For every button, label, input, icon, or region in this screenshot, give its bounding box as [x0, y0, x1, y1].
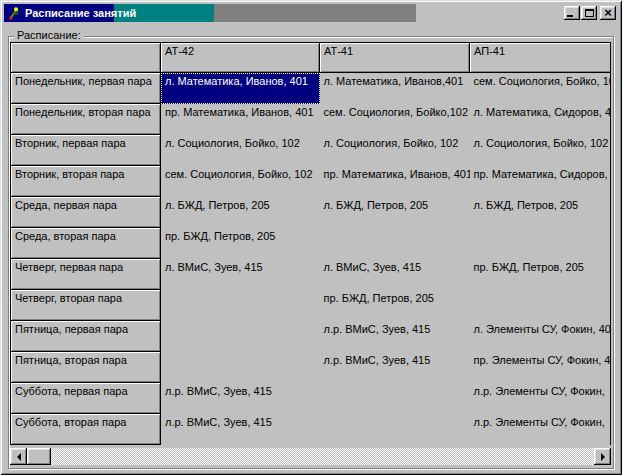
- close-button[interactable]: ×: [600, 6, 616, 20]
- schedule-row: Пятница, вторая парал.р. ВМиС, Зуев, 415…: [11, 352, 612, 383]
- schedule-cell[interactable]: л.р. ВМиС, Зуев, 415: [161, 383, 320, 414]
- schedule-cell[interactable]: сем. Социология, Бойко, 102: [161, 166, 320, 197]
- column-header: АТ-42: [161, 43, 320, 73]
- schedule-cell[interactable]: л. БЖД, Петров, 205: [161, 197, 320, 228]
- schedule-cell[interactable]: [320, 414, 470, 445]
- schedule-row: Четверг, вторая парапр. БЖД, Петров, 205: [11, 290, 612, 321]
- schedule-row: Вторник, первая парал. Социология, Бойко…: [11, 135, 612, 166]
- horizontal-scrollbar[interactable]: [10, 448, 611, 465]
- schedule-cell[interactable]: пр. БЖД, Петров, 205: [161, 228, 320, 259]
- scroll-left-button[interactable]: [10, 448, 27, 465]
- schedule-cell[interactable]: л. ВМиС, Зуев, 415: [161, 259, 320, 290]
- scroll-right-button[interactable]: [594, 448, 611, 465]
- schedule-cell[interactable]: пр. Математика, Сидоров,: [470, 166, 612, 197]
- maximize-button[interactable]: [581, 6, 597, 20]
- row-header-cell: Понедельник, первая пара: [11, 73, 161, 104]
- schedule-cell[interactable]: л. ВМиС, Зуев, 415: [320, 259, 470, 290]
- schedule-grid: АТ-42АТ-41АП-41 Понедельник, первая пара…: [10, 42, 611, 445]
- schedule-cell[interactable]: [470, 228, 612, 259]
- row-header-cell: Среда, первая пара: [11, 197, 161, 228]
- groupbox-label: Расписание:: [14, 29, 84, 41]
- schedule-row: Четверг, первая парал. ВМиС, Зуев, 415л.…: [11, 259, 612, 290]
- row-header-cell: Пятница, первая пара: [11, 321, 161, 352]
- schedule-cell[interactable]: [320, 383, 470, 414]
- schedule-cell[interactable]: пр. БЖД, Петров, 205: [470, 259, 612, 290]
- scrollbar-thumb[interactable]: [27, 448, 51, 465]
- schedule-cell[interactable]: [320, 228, 470, 259]
- close-icon: ×: [604, 8, 612, 18]
- left-arrow-icon: [17, 453, 21, 461]
- schedule-cell[interactable]: [470, 290, 612, 321]
- corner-cell: [11, 43, 161, 73]
- row-header-cell: Среда, вторая пара: [11, 228, 161, 259]
- schedule-cell[interactable]: л.р. ВМиС, Зуев, 415: [320, 321, 470, 352]
- schedule-cell[interactable]: [161, 321, 320, 352]
- schedule-row: Среда, первая парал. БЖД, Петров, 205л. …: [11, 197, 612, 228]
- schedule-row: Суббота, вторая парал.р. ВМиС, Зуев, 415…: [11, 414, 612, 445]
- window-controls: ×: [564, 6, 616, 20]
- schedule-cell[interactable]: л. Математика, Иванов,401: [320, 73, 470, 104]
- row-header-cell: Пятница, вторая пара: [11, 352, 161, 383]
- schedule-cell[interactable]: л.р. Элементы СУ, Фокин,: [470, 414, 612, 445]
- schedule-cell[interactable]: [161, 352, 320, 383]
- schedule-cell[interactable]: л.р. Элементы СУ, Фокин,: [470, 383, 612, 414]
- schedule-row: Вторник, вторая парасем. Социология, Бой…: [11, 166, 612, 197]
- title-bar[interactable]: Расписание занятий ×: [4, 4, 618, 22]
- right-arrow-icon: [601, 453, 605, 461]
- schedule-cell[interactable]: л. Элементы СУ, Фокин, 40: [470, 321, 612, 352]
- schedule-cell[interactable]: л. Математика, Иванов, 401: [161, 73, 320, 104]
- row-header-cell: Вторник, первая пара: [11, 135, 161, 166]
- schedule-groupbox: Расписание: АТ-42АТ-41АП-41 Понедельник,…: [8, 36, 614, 469]
- schedule-cell[interactable]: л. Математика, Сидоров, 4: [470, 104, 612, 135]
- schedule-cell[interactable]: пр. Математика, Иванов, 401: [161, 104, 320, 135]
- schedule-table: АТ-42АТ-41АП-41 Понедельник, первая пара…: [10, 42, 611, 445]
- schedule-cell[interactable]: [161, 290, 320, 321]
- schedule-cell[interactable]: пр. Элементы СУ, Фокин, 4: [470, 352, 612, 383]
- app-window: Расписание занятий × Расписание: АТ-42АТ…: [0, 0, 622, 475]
- row-header-cell: Вторник, вторая пара: [11, 166, 161, 197]
- column-header: АТ-41: [320, 43, 470, 73]
- minimize-icon: [567, 15, 573, 17]
- row-header-cell: Четверг, первая пара: [11, 259, 161, 290]
- column-header: АП-41: [470, 43, 612, 73]
- schedule-cell[interactable]: сем. Социология, Бойко,102: [320, 104, 470, 135]
- row-header-cell: Суббота, первая пара: [11, 383, 161, 414]
- minimize-button[interactable]: [564, 6, 580, 20]
- schedule-row: Пятница, первая парал.р. ВМиС, Зуев, 415…: [11, 321, 612, 352]
- schedule-cell[interactable]: л. Социология, Бойко, 102: [161, 135, 320, 166]
- row-header-cell: Четверг, вторая пара: [11, 290, 161, 321]
- schedule-cell[interactable]: л. БЖД, Петров, 205: [470, 197, 612, 228]
- schedule-cell[interactable]: л. БЖД, Петров, 205: [320, 197, 470, 228]
- app-icon: [6, 5, 22, 21]
- schedule-cell[interactable]: сем. Социология, Бойко, 10: [470, 73, 612, 104]
- schedule-row: Среда, вторая парапр. БЖД, Петров, 205: [11, 228, 612, 259]
- schedule-cell[interactable]: л. Социология, Бойко, 102: [470, 135, 612, 166]
- schedule-row: Понедельник, вторая парапр. Математика, …: [11, 104, 612, 135]
- header-row: АТ-42АТ-41АП-41: [11, 43, 612, 73]
- schedule-cell[interactable]: л. Социология, Бойко, 102: [320, 135, 470, 166]
- schedule-row: Понедельник, первая парал. Математика, И…: [11, 73, 612, 104]
- schedule-row: Суббота, первая парал.р. ВМиС, Зуев, 415…: [11, 383, 612, 414]
- schedule-cell[interactable]: пр. БЖД, Петров, 205: [320, 290, 470, 321]
- schedule-cell[interactable]: л.р. ВМиС, Зуев, 415: [161, 414, 320, 445]
- maximize-icon: [585, 9, 594, 17]
- row-header-cell: Понедельник, вторая пара: [11, 104, 161, 135]
- schedule-cell[interactable]: пр. Математика, Иванов, 401: [320, 166, 470, 197]
- row-header-cell: Суббота, вторая пара: [11, 414, 161, 445]
- scrollbar-track[interactable]: [51, 448, 594, 465]
- window-title: Расписание занятий: [25, 7, 136, 19]
- schedule-cell[interactable]: л.р. ВМиС, Зуев, 415: [320, 352, 470, 383]
